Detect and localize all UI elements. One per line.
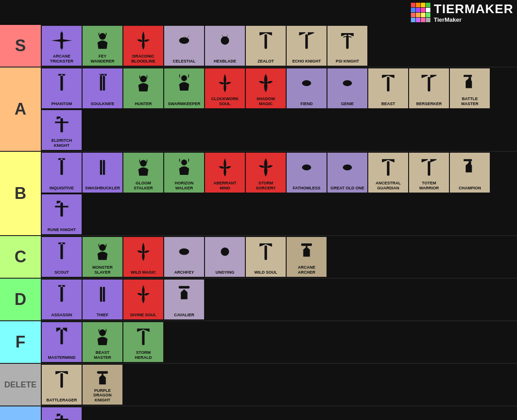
- tier-label-s: S: [0, 25, 41, 67]
- tier-row-b: B INQUISITIVE SWASHBUCKLER GLOOMSTALKER …: [0, 152, 517, 236]
- item-storm-sorcery[interactable]: STORMSORCERY: [246, 153, 286, 193]
- tier-label-d: D: [0, 279, 41, 320]
- item-arcane-trickster[interactable]: ARCANETRICKSTER: [42, 26, 82, 66]
- item-phantom[interactable]: PHANTOM: [42, 68, 82, 108]
- tier-row-d: D ASSASSIN THIEF DIVINE SOUL CAVALIER: [0, 279, 517, 321]
- tier-items-a-row1: PHANTOM SOULKNIFE HUNTER SWARMKEEPER CLO…: [41, 68, 517, 109]
- item-wild-soul[interactable]: WILD SOUL: [246, 237, 286, 277]
- item-beast[interactable]: BEAST: [368, 68, 408, 108]
- item-battle-master[interactable]: BATTLEMASTER: [450, 68, 490, 108]
- item-zealot[interactable]: ZEALOT: [246, 26, 286, 66]
- tier-items-d: ASSASSIN THIEF DIVINE SOUL CAVALIER: [41, 279, 517, 320]
- item-aberrant-mind[interactable]: ABERRANTMIND: [205, 153, 245, 193]
- svg-rect-48: [179, 286, 190, 289]
- tier-items-s: ARCANETRICKSTER FEYWANDERER DRACONICBLOO…: [41, 25, 517, 67]
- tier-items-question: SAMURAI: [41, 406, 517, 420]
- tier-label-delete: DELETE: [0, 364, 41, 406]
- item-arcane-archer[interactable]: ARCANEARCHER: [287, 237, 327, 277]
- item-fey-wanderer[interactable]: FEYWANDERER: [83, 26, 122, 66]
- item-wild-magic-sorceror[interactable]: WILD MAGIC: [123, 237, 163, 277]
- tier-label-a: A: [0, 68, 41, 151]
- item-hunter[interactable]: HUNTER: [123, 68, 163, 108]
- item-genie[interactable]: GENIE: [327, 68, 367, 108]
- logo-title: TIERMAKER: [434, 2, 513, 16]
- logo-subtitle: TierMaker: [434, 16, 462, 23]
- item-totem-warrior[interactable]: TOTEMWARRIOR: [409, 153, 449, 193]
- tier-label-f: F: [0, 321, 41, 363]
- item-mastermind[interactable]: MASTERMIND: [42, 322, 82, 362]
- item-monster-slayer[interactable]: MONSTERSLAYER: [83, 237, 122, 277]
- item-psi-knight[interactable]: PSI KNIGHT: [327, 26, 367, 66]
- tier-items-delete: BATTLERAGER PURPLEDRAGONKNIGHT: [41, 364, 517, 406]
- item-shadow-magic[interactable]: SHADOWMAGIC: [246, 68, 286, 108]
- item-hexblade[interactable]: HEXBLADE: [205, 26, 245, 66]
- item-cavalier[interactable]: CAVALIER: [164, 280, 204, 319]
- tier-row-c: C SCOUT MONSTERSLAYER WILD MAGIC ARCHFEY…: [0, 236, 517, 279]
- item-fathomless[interactable]: FATHOMLESS: [287, 153, 327, 193]
- tier-label-c: C: [0, 236, 41, 278]
- tier-label-question: ?: [0, 406, 41, 420]
- item-assassin[interactable]: ASSASSIN: [42, 280, 82, 319]
- tier-row-f: F MASTERMIND BEASTMASTER STORMHERALD: [0, 321, 517, 364]
- item-gloom-stalker[interactable]: GLOOMSTALKER: [123, 153, 163, 193]
- item-eldritch-knight[interactable]: ELDRITCHKNIGHT: [42, 110, 82, 150]
- item-soulknife[interactable]: SOULKNIFE: [83, 68, 122, 108]
- tier-items-f: MASTERMIND BEASTMASTER STORMHERALD: [41, 321, 517, 363]
- item-horizon-walker[interactable]: HORIZONWALKER: [164, 153, 204, 193]
- tier-items-a-row2: ELDRITCHKNIGHT: [41, 109, 517, 151]
- tier-row-s: S ARCANETRICKSTER FEYWANDERER DRACONICBL…: [0, 25, 517, 68]
- item-draconic-bloodline[interactable]: DRACONICBLOODLINE: [123, 26, 163, 66]
- item-swashbuckler[interactable]: SWASHBUCKLER: [83, 153, 122, 193]
- item-berserker[interactable]: BERSERKER: [409, 68, 449, 108]
- item-beast-master[interactable]: BEASTMASTER: [83, 322, 122, 362]
- tier-list: TIERMAKER TierMaker S ARCANETRICKSTER FE…: [0, 0, 517, 420]
- item-clockwork-soul[interactable]: CLOCKWORKSOUL: [205, 68, 245, 108]
- item-ancestral-guardian[interactable]: ANCESTRALGUARDIAN: [368, 153, 408, 193]
- item-thief[interactable]: THIEF: [83, 280, 122, 319]
- item-divine-soul[interactable]: DIVINE SOUL: [123, 280, 163, 319]
- header: TIERMAKER TierMaker: [0, 0, 517, 25]
- item-celestial[interactable]: CELESTIAL: [164, 26, 204, 66]
- item-fiend[interactable]: FIEND: [287, 68, 327, 108]
- item-echo-knight[interactable]: ECHO KNIGHT: [287, 26, 327, 66]
- item-samurai[interactable]: SAMURAI: [42, 407, 82, 420]
- tier-label-b: B: [0, 152, 41, 235]
- tier-row-delete: DELETE BATTLERAGER PURPLEDRAGONKNIGHT: [0, 364, 517, 406]
- item-battlerager[interactable]: BATTLERAGER: [42, 365, 82, 405]
- item-purple-dragon-knight[interactable]: PURPLEDRAGONKNIGHT: [83, 365, 122, 405]
- item-rune-knight[interactable]: RUNE KNIGHT: [42, 194, 82, 234]
- item-storm-herald[interactable]: STORMHERALD: [123, 322, 163, 362]
- svg-rect-34: [463, 159, 472, 161]
- item-scout[interactable]: SCOUT: [42, 237, 82, 277]
- item-inquisitive[interactable]: INQUISITIVE: [42, 153, 82, 193]
- tier-items-b-row1: INQUISITIVE SWASHBUCKLER GLOOMSTALKER HO…: [41, 152, 517, 193]
- item-swarmkeeper[interactable]: SWARMKEEPER: [164, 68, 204, 108]
- tiermaker-logo: TIERMAKER TierMaker: [411, 2, 513, 23]
- item-great-old-one[interactable]: GREAT OLD ONE: [327, 153, 367, 193]
- tier-row-a: A PHANTOM SOULKNIFE HUNTER SWARMKEEPER: [0, 68, 517, 152]
- svg-point-8: [346, 33, 349, 36]
- item-archfey[interactable]: ARCHFEY: [164, 237, 204, 277]
- tier-items-b-row2: RUNE KNIGHT: [41, 193, 517, 235]
- tier-items-c: SCOUT MONSTERSLAYER WILD MAGIC ARCHFEY U…: [41, 236, 517, 278]
- tier-row-question: ? SAMURAI: [0, 406, 517, 420]
- item-champion[interactable]: CHAMPION: [450, 153, 490, 193]
- item-undying[interactable]: UNDYING: [205, 237, 245, 277]
- logo-grid: [411, 3, 430, 22]
